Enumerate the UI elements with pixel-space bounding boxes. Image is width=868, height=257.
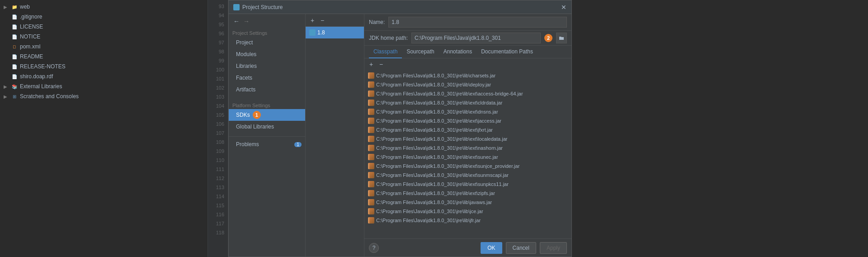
expand-icon: ▶ xyxy=(2,83,9,90)
sdk-path-input[interactable] xyxy=(411,33,541,43)
dialog-title-text: Project Structure xyxy=(242,4,283,10)
line-num: 106 xyxy=(208,119,228,128)
tree-item-release-notes[interactable]: 📄 RELEASE-NOTES xyxy=(0,62,208,71)
tab-classpath[interactable]: Classpath xyxy=(369,46,402,58)
classpath-path: C:\Program Files\Java\jdk1.8.0_301\jre\l… xyxy=(376,118,501,124)
jar-icon xyxy=(368,109,374,115)
nav-item-label: Facets xyxy=(236,75,252,81)
classpath-item[interactable]: C:\Program Files\Java\jdk1.8.0_301\jre\l… xyxy=(364,116,571,125)
platform-settings-section: Platform Settings xyxy=(229,99,305,109)
sdk-list-toolbar: + − xyxy=(306,14,364,27)
tree-item-pom[interactable]: 🗋 pom.xml xyxy=(0,42,208,52)
tree-label: shiro.doap.rdf xyxy=(20,73,53,80)
sdk-add-button[interactable]: + xyxy=(308,16,316,24)
apply-button[interactable]: Apply xyxy=(540,242,567,254)
tab-sourcepath[interactable]: Sourcepath xyxy=(402,46,439,58)
classpath-path: C:\Program Files\Java\jdk1.8.0_301\jre\l… xyxy=(376,190,495,196)
classpath-add-button[interactable]: + xyxy=(367,60,375,68)
jar-icon xyxy=(368,127,374,133)
sdk-remove-button[interactable]: − xyxy=(318,16,326,24)
folder-icon: 📁 xyxy=(11,3,18,10)
nav-item-label: Libraries xyxy=(236,63,257,69)
classpath-item[interactable]: C:\Program Files\Java\jdk1.8.0_301\jre\l… xyxy=(364,107,571,116)
classpath-list: C:\Program Files\Java\jdk1.8.0_301\jre\l… xyxy=(364,70,571,238)
classpath-item[interactable]: C:\Program Files\Java\jdk1.8.0_301\jre\l… xyxy=(364,143,571,152)
classpath-item[interactable]: C:\Program Files\Java\jdk1.8.0_301\jre\l… xyxy=(364,180,571,189)
line-num: 114 xyxy=(208,192,228,201)
tree-label: .gitignore xyxy=(20,14,42,20)
line-num: 115 xyxy=(208,201,228,210)
line-num: 93 xyxy=(208,2,228,11)
back-button[interactable]: ← xyxy=(232,18,241,25)
nav-item-sdks[interactable]: SDKs 1 xyxy=(229,109,305,121)
tree-item-notice[interactable]: 📄 NOTICE xyxy=(0,32,208,42)
file-icon: 📄 xyxy=(11,13,18,20)
sdk-item-icon xyxy=(309,29,316,36)
classpath-item[interactable]: C:\Program Files\Java\jdk1.8.0_301\jre\l… xyxy=(364,198,571,207)
tree-item-ext-libs[interactable]: ▶ 📚 External Libraries xyxy=(0,81,208,91)
nav-item-global-libs[interactable]: Global Libraries xyxy=(229,121,305,133)
forward-button[interactable]: → xyxy=(242,18,250,25)
file-icon: 📄 xyxy=(11,63,18,70)
classpath-item[interactable]: C:\Program Files\Java\jdk1.8.0_301\jre\l… xyxy=(364,207,571,216)
nav-item-facets[interactable]: Facets xyxy=(229,72,305,84)
line-num: 97 xyxy=(208,38,228,47)
sdk-name-input[interactable] xyxy=(388,17,567,28)
jar-icon xyxy=(368,118,374,124)
jar-icon xyxy=(368,90,374,97)
nav-item-libraries[interactable]: Libraries xyxy=(229,60,305,72)
line-num: 103 xyxy=(208,92,228,101)
tree-label: LICENSE xyxy=(20,24,43,30)
help-button[interactable]: ? xyxy=(369,243,379,253)
dialog-nav: ← → Project Settings Project Modules Lib… xyxy=(229,14,306,257)
sdk-list-item-1.8[interactable]: 1.8 xyxy=(306,27,364,38)
tree-item-readme[interactable]: 📄 README xyxy=(0,52,208,62)
classpath-path: C:\Program Files\Java\jdk1.8.0_301\jre\l… xyxy=(376,82,491,87)
classpath-remove-button[interactable]: − xyxy=(377,60,385,68)
jar-icon xyxy=(368,136,374,142)
tree-item-license[interactable]: 📄 LICENSE xyxy=(0,22,208,32)
nav-item-label: Problems xyxy=(236,141,259,148)
classpath-item[interactable]: C:\Program Files\Java\jdk1.8.0_301\jre\l… xyxy=(364,162,571,171)
nav-item-label: Modules xyxy=(236,51,256,57)
classpath-item[interactable]: C:\Program Files\Java\jdk1.8.0_301\jre\l… xyxy=(364,80,571,89)
classpath-item[interactable]: C:\Program Files\Java\jdk1.8.0_301\jre\l… xyxy=(364,98,571,107)
classpath-item[interactable]: C:\Program Files\Java\jdk1.8.0_301\jre\l… xyxy=(364,216,571,225)
line-num: 117 xyxy=(208,219,228,228)
classpath-item[interactable]: C:\Program Files\Java\jdk1.8.0_301\jre\l… xyxy=(364,71,571,80)
tree-item-web[interactable]: ▶ 📁 web xyxy=(0,2,208,12)
nav-item-problems[interactable]: Problems 1 xyxy=(229,138,305,150)
close-button[interactable]: ✕ xyxy=(561,4,567,10)
classpath-item[interactable]: C:\Program Files\Java\jdk1.8.0_301\jre\l… xyxy=(364,189,571,198)
nav-item-label: SDKs xyxy=(236,112,250,118)
classpath-item[interactable]: C:\Program Files\Java\jdk1.8.0_301\jre\l… xyxy=(364,134,571,143)
classpath-path: C:\Program Files\Java\jdk1.8.0_301\jre\l… xyxy=(376,136,507,142)
nav-item-project[interactable]: Project xyxy=(229,37,305,48)
tree-item-gitignore[interactable]: 📄 .gitignore xyxy=(0,12,208,22)
nav-item-label: Project xyxy=(236,39,253,46)
nav-item-modules[interactable]: Modules xyxy=(229,48,305,60)
jar-icon xyxy=(368,190,374,196)
cancel-button[interactable]: Cancel xyxy=(506,242,536,254)
jar-icon xyxy=(368,163,374,169)
classpath-item[interactable]: C:\Program Files\Java\jdk1.8.0_301\jre\l… xyxy=(364,171,571,180)
classpath-item[interactable]: C:\Program Files\Java\jdk1.8.0_301\jre\l… xyxy=(364,152,571,162)
jar-icon xyxy=(368,100,374,106)
line-num: 108 xyxy=(208,138,228,147)
line-num: 102 xyxy=(208,83,228,92)
tab-documentation-paths[interactable]: Documentation Paths xyxy=(476,46,538,58)
file-icon: 📄 xyxy=(11,53,18,60)
ok-button[interactable]: OK xyxy=(481,242,502,254)
nav-item-artifacts[interactable]: Artifacts xyxy=(229,84,305,95)
tree-item-scratches[interactable]: ▶ ⊞ Scratches and Consoles xyxy=(0,91,208,101)
classpath-item[interactable]: C:\Program Files\Java\jdk1.8.0_301\jre\l… xyxy=(364,125,571,134)
dialog-title: Project Structure xyxy=(233,4,283,10)
jar-icon xyxy=(368,145,374,151)
tree-item-shiro[interactable]: 📄 shiro.doap.rdf xyxy=(0,71,208,81)
dialog-title-icon xyxy=(233,4,240,10)
expand-icon: ▶ xyxy=(2,3,9,10)
browse-folder-button[interactable] xyxy=(556,33,567,43)
tab-annotations[interactable]: Annotations xyxy=(439,46,476,58)
classpath-item[interactable]: C:\Program Files\Java\jdk1.8.0_301\jre\l… xyxy=(364,89,571,98)
classpath-path: C:\Program Files\Java\jdk1.8.0_301\jre\l… xyxy=(376,200,492,205)
